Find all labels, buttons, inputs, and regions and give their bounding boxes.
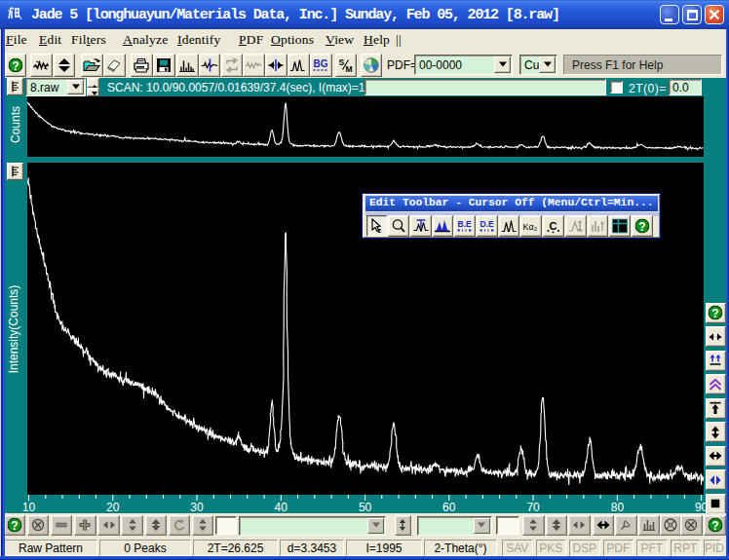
svg-text:80: 80 (611, 501, 625, 513)
svg-text:50: 50 (359, 501, 372, 513)
svg-text:?: ? (11, 519, 18, 533)
svg-text:?: ? (711, 307, 718, 320)
svg-text:?: ? (638, 219, 645, 233)
svg-text:C: C (549, 219, 556, 231)
svg-text:10: 10 (22, 501, 36, 513)
svg-text:30: 30 (190, 501, 204, 513)
svg-text:70: 70 (526, 501, 540, 513)
svg-text:40: 40 (275, 501, 288, 513)
svg-text:M: M (345, 64, 352, 73)
svg-text:S: S (338, 58, 344, 67)
svg-text:?: ? (711, 519, 718, 533)
svg-text:Kα₂: Kα₂ (523, 221, 538, 231)
svg-text:60: 60 (442, 501, 456, 513)
svg-text:D.E: D.E (480, 218, 494, 228)
svg-text:?: ? (12, 59, 19, 73)
svg-text:20: 20 (106, 501, 120, 513)
svg-text:B.E: B.E (458, 218, 473, 228)
svg-text:BG: BG (314, 58, 328, 69)
svg-text:z: z (378, 226, 382, 234)
